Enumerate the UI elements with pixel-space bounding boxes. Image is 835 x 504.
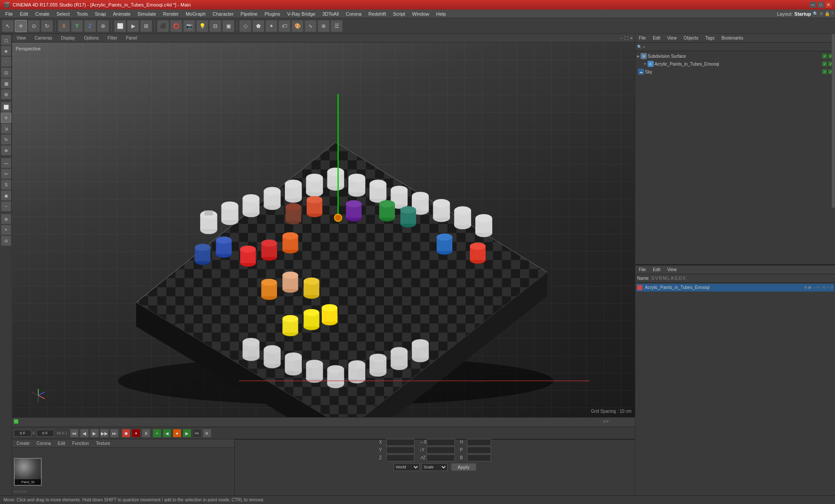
go-to-end[interactable]: ⏭ [110,429,119,438]
tab-texture[interactable]: Texture [93,440,113,447]
tool-axis-x[interactable]: X [58,20,70,32]
tool-sculpt-inflate[interactable]: ⊙ [1,235,11,246]
menu-help[interactable]: Help [433,10,450,17]
menu-select[interactable]: Select [53,10,73,17]
tool-scale-2[interactable]: ⇲ [1,123,11,134]
timeline-settings[interactable]: ⊞ [203,429,211,438]
tool-axis-z[interactable]: Z [84,20,96,32]
tab-options[interactable]: Options [81,35,101,41]
tool-select-live[interactable]: ↖ [2,20,14,32]
play-reverse[interactable]: ◀ [80,429,89,438]
viewport[interactable]: Perspective [12,43,635,417]
menu-script[interactable]: Script [389,10,408,17]
x-scale-input[interactable]: 0 cm [427,439,455,446]
tab-view[interactable]: View [14,35,29,41]
menu-tools[interactable]: Tools [73,10,91,17]
attr-row-acrylic[interactable]: Acrylic_Paints_in_Tubes_Emooqi ⊞ ▣ — ≡ ↓… [636,284,834,292]
tab-create[interactable]: Create [14,440,32,447]
menu-pipeline[interactable]: Pipeline [237,10,261,17]
tool-brush[interactable]: ⊛ [1,214,11,224]
tab-filter[interactable]: Filter [105,35,120,41]
tool-more[interactable]: ☰ [331,20,343,32]
viewport-close[interactable]: ✕ [630,36,633,40]
tab-cameras[interactable]: Cameras [32,35,55,41]
menu-plugins[interactable]: Plugins [261,10,284,17]
obj-row-acrylic[interactable]: ▼ ⊕ Acrylic_Paints_in_Tubes_Emooqi ✓ ✓ [636,60,834,68]
fps-input[interactable] [37,430,54,437]
check-sky-visible[interactable]: ✓ [822,69,827,74]
record-button[interactable]: ⏺ [122,429,130,438]
tool-transform[interactable]: ⊕ [1,145,11,156]
tool-polygon-mode[interactable]: ◻ [1,35,11,45]
keyframe-nav-prev[interactable]: ◀ [163,429,171,438]
tool-magnet[interactable]: ◉ [1,190,11,201]
tool-move-2[interactable]: ✛ [1,113,11,123]
go-to-start[interactable]: ⏮ [70,429,79,438]
obj-menu-bookmarks[interactable]: Bookmarks [720,35,745,41]
attr-menu-file[interactable]: File [637,266,648,273]
menu-file[interactable]: File [2,10,17,17]
keyframe-nav[interactable]: ◆ [173,429,181,438]
tab-panel[interactable]: Panel [124,35,140,41]
menu-snap[interactable]: Snap [91,10,110,17]
obj-menu-file[interactable]: File [637,35,648,41]
p-rot-input[interactable]: 0° [467,447,491,454]
tool-object-mode[interactable]: ⊡ [1,67,11,78]
maximize-button[interactable]: □ [818,2,824,8]
tab-display[interactable]: Display [58,35,78,41]
menu-vray[interactable]: V-Ray Bridge [284,10,319,17]
tool-cube[interactable]: ⬛ [157,20,169,32]
check-visible[interactable]: ✓ [822,53,827,59]
obj-row-subdivision[interactable]: ▶ ⊞ Subdivision Surface ✓ ✓ [636,52,834,60]
play-forward[interactable]: ▶ [90,429,99,438]
attr-menu-view[interactable]: View [665,266,678,273]
z-scale-input[interactable]: 0 cm [427,454,455,461]
menu-3dtoall[interactable]: 3DToAll [319,10,342,17]
tool-spline[interactable]: ∿ [304,20,317,32]
menu-window[interactable]: Window [409,10,433,17]
menu-animate[interactable]: Animate [110,10,134,17]
b-rot-input[interactable]: 0° [467,454,491,461]
keyframe-nav-next[interactable]: ▶ [183,429,191,438]
obj-menu-objects[interactable]: Objects [682,35,700,41]
tool-knife[interactable]: ✂ [1,169,11,179]
tool-mirror[interactable]: — [1,158,11,168]
obj-menu-view[interactable]: View [665,35,678,41]
apply-button[interactable]: Apply [451,463,476,471]
menu-simulate[interactable]: Simulate [134,10,160,17]
tool-sculpt-grab[interactable]: ⌖ [1,225,11,235]
tool-background[interactable]: ▣ [222,20,234,32]
check-visible-2[interactable]: ✓ [822,61,827,66]
menu-character[interactable]: Character [209,10,237,17]
tool-edge-mode[interactable]: ◈ [1,46,11,56]
keyframe-sel[interactable]: ≡≡ [193,429,201,438]
tool-sphere[interactable]: ⭕ [170,20,182,32]
tool-move[interactable]: ✛ [15,20,27,32]
tool-axis-all[interactable]: ⊛ [97,20,109,32]
add-keyframe[interactable]: + [153,429,161,438]
menu-mograph[interactable]: MoGraph [182,10,209,17]
right-panel-scroll[interactable] [832,34,835,208]
tool-axis-y[interactable]: Y [71,20,83,32]
obj-menu-edit[interactable]: Edit [651,35,662,41]
tool-scale[interactable]: ⊙ [28,20,40,32]
material-thumbnail[interactable]: Paint_St [14,458,42,486]
tool-camera[interactable]: 📷 [183,20,195,32]
attr-menu-edit[interactable]: Edit [651,266,662,273]
tool-tag[interactable]: 🏷 [278,20,291,32]
tool-workplane[interactable]: ⊞ [1,89,11,99]
tool-render-region[interactable]: ⬜ [114,20,126,32]
menu-redshift[interactable]: Redshift [365,10,389,17]
h-rot-input[interactable]: 0° [467,439,491,446]
record-pause[interactable]: ⏸ [142,429,150,438]
tool-null[interactable]: ⊕ [317,20,330,32]
viewport-maximize[interactable]: ⛶ [625,36,628,40]
current-frame-input[interactable] [14,430,31,437]
tool-rotate-2[interactable]: ↻ [1,134,11,145]
tool-live-select[interactable]: ⬜ [1,102,11,112]
record-auto[interactable]: ● [132,429,140,438]
tool-effector[interactable]: ✦ [265,20,277,32]
tab-edit[interactable]: Edit [55,440,68,447]
tab-function[interactable]: Function [70,440,91,447]
tool-render-active[interactable]: ▶ [127,20,139,32]
